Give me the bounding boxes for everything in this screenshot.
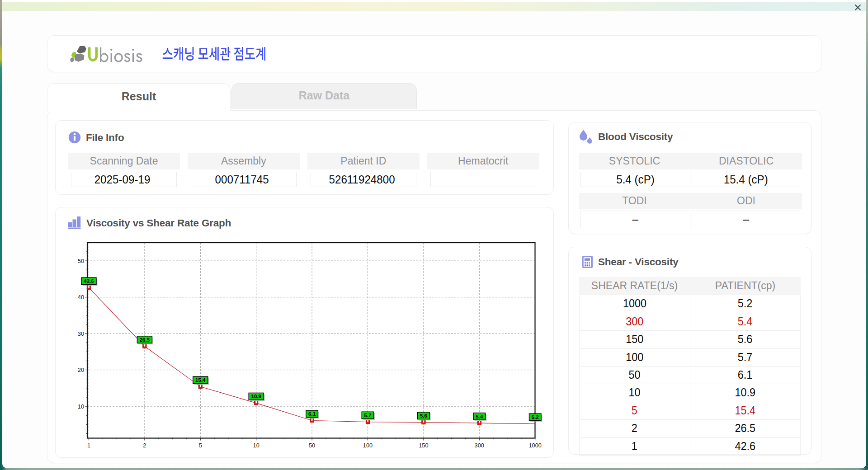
svg-text:10: 10: [78, 403, 84, 410]
svg-text:5: 5: [199, 442, 202, 449]
svg-text:42.6: 42.6: [84, 278, 94, 284]
svg-text:2: 2: [143, 442, 146, 449]
svg-text:1000: 1000: [528, 442, 541, 449]
svg-text:150: 150: [419, 442, 428, 449]
svg-text:15.4: 15.4: [195, 377, 206, 383]
svg-text:10.9: 10.9: [251, 394, 261, 399]
svg-text:6.1: 6.1: [308, 411, 316, 417]
svg-text:5.6: 5.6: [420, 413, 427, 418]
svg-text:20: 20: [78, 367, 84, 373]
svg-text:300: 300: [475, 442, 484, 449]
svg-text:30: 30: [78, 330, 84, 337]
svg-text:1: 1: [87, 442, 90, 449]
svg-text:50: 50: [309, 442, 315, 449]
svg-text:5.2: 5.2: [532, 414, 539, 420]
svg-text:40: 40: [78, 294, 84, 301]
svg-text:26.5: 26.5: [140, 337, 150, 343]
svg-text:100: 100: [363, 442, 373, 449]
svg-text:50: 50: [78, 258, 84, 264]
svg-text:10: 10: [253, 442, 259, 449]
svg-text:5.7: 5.7: [364, 413, 372, 418]
svg-text:5.4: 5.4: [476, 414, 483, 419]
